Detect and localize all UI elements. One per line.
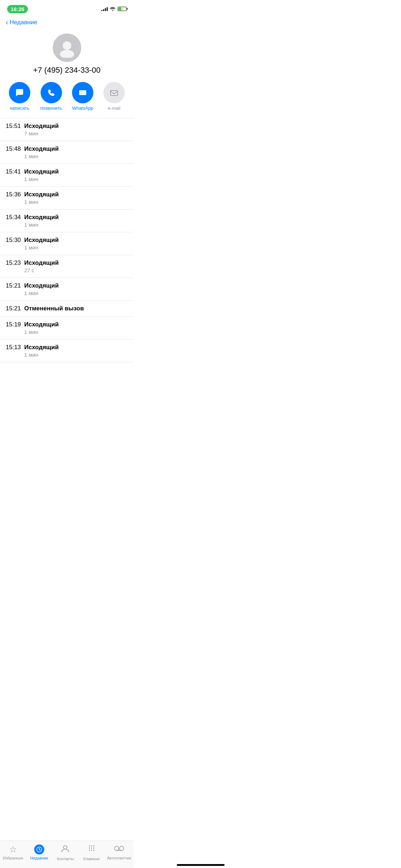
call-details: Исходящий 1 мин bbox=[24, 168, 128, 182]
call-type: Исходящий bbox=[24, 168, 128, 175]
call-details: Исходящий 1 мин bbox=[24, 344, 128, 358]
call-type: Исходящий bbox=[24, 145, 128, 153]
contact-phone: +7 (495) 234-33-00 bbox=[33, 66, 101, 75]
status-icons: ⚡ bbox=[101, 7, 127, 11]
call-type: Исходящий bbox=[24, 344, 128, 351]
call-duration: 27 с bbox=[24, 267, 128, 273]
call-details: Исходящий 1 мин bbox=[24, 282, 128, 296]
whatsapp-circle bbox=[72, 82, 93, 103]
call-item[interactable]: 15:21 Отмененный вызов bbox=[0, 301, 134, 317]
call-type: Исходящий bbox=[24, 282, 128, 289]
call-time: 15:48 bbox=[6, 145, 24, 159]
call-time: 15:30 bbox=[6, 237, 24, 250]
call-time: 15:36 bbox=[6, 191, 24, 205]
call-item[interactable]: 15:19 Исходящий 1 мин bbox=[0, 317, 134, 340]
avatar bbox=[53, 33, 81, 62]
call-time: 15:21 bbox=[6, 305, 24, 312]
call-item[interactable]: 15:48 Исходящий 1 мин bbox=[0, 141, 134, 164]
call-duration: 7 мин bbox=[24, 130, 128, 136]
email-label: e-mail bbox=[108, 105, 120, 111]
whatsapp-label: WhatsApp bbox=[72, 105, 93, 111]
call-details: Исходящий 1 мин bbox=[24, 214, 128, 228]
back-button[interactable]: ‹ Недавние bbox=[6, 19, 37, 26]
call-details: Исходящий 1 мин bbox=[24, 191, 128, 205]
action-buttons: написать позвонить Wh bbox=[7, 82, 127, 111]
call-label: позвонить bbox=[40, 105, 62, 111]
call-duration: 1 мин bbox=[24, 329, 128, 335]
wifi-icon bbox=[110, 7, 115, 11]
call-duration: 1 мин bbox=[24, 153, 128, 159]
signal-icon bbox=[101, 7, 108, 11]
call-details: Исходящий 1 мин bbox=[24, 237, 128, 250]
svg-point-0 bbox=[63, 41, 71, 50]
call-details: Отмененный вызов bbox=[24, 305, 128, 312]
message-action[interactable]: написать bbox=[9, 82, 30, 111]
whatsapp-action[interactable]: WhatsApp bbox=[72, 82, 93, 111]
message-circle bbox=[9, 82, 30, 103]
call-duration: 1 мин bbox=[24, 244, 128, 250]
call-duration: 1 мин bbox=[24, 176, 128, 182]
message-label: написать bbox=[10, 105, 29, 111]
call-circle bbox=[41, 82, 62, 103]
call-item[interactable]: 15:30 Исходящий 1 мин bbox=[0, 232, 134, 255]
call-type: Исходящий bbox=[24, 191, 128, 198]
call-type: Исходящий bbox=[24, 321, 128, 328]
call-type: Исходящий bbox=[24, 123, 128, 130]
back-chevron-icon: ‹ bbox=[6, 18, 8, 26]
call-time: 15:21 bbox=[6, 282, 24, 296]
call-time: 15:19 bbox=[6, 321, 24, 335]
email-action[interactable]: e-mail bbox=[103, 82, 125, 111]
contact-section: +7 (495) 234-33-00 написать поз bbox=[0, 31, 134, 118]
call-time: 15:23 bbox=[6, 259, 24, 273]
call-type: Отмененный вызов bbox=[24, 305, 128, 312]
call-time: 15:51 bbox=[6, 123, 24, 136]
call-time: 15:41 bbox=[6, 168, 24, 182]
call-duration: 1 мин bbox=[24, 352, 128, 358]
call-type: Исходящий bbox=[24, 237, 128, 244]
call-item[interactable]: 15:41 Исходящий 1 мин bbox=[0, 164, 134, 187]
status-time: 16:26 bbox=[7, 5, 28, 13]
call-item[interactable]: 15:13 Исходящий 1 мин bbox=[0, 340, 134, 362]
call-item[interactable]: 15:34 Исходящий 1 мин bbox=[0, 210, 134, 232]
call-time: 15:34 bbox=[6, 214, 24, 228]
call-details: Исходящий 7 мин bbox=[24, 123, 128, 136]
battery-icon: ⚡ bbox=[118, 7, 127, 11]
call-duration: 1 мин bbox=[24, 199, 128, 205]
email-circle bbox=[103, 82, 125, 103]
status-bar: 16:26 ⚡ bbox=[0, 0, 134, 16]
svg-point-1 bbox=[60, 50, 74, 58]
svg-rect-3 bbox=[110, 91, 118, 95]
call-item[interactable]: 15:21 Исходящий 1 мин bbox=[0, 278, 134, 301]
call-item[interactable]: 15:36 Исходящий 1 мин bbox=[0, 187, 134, 210]
call-details: Исходящий 27 с bbox=[24, 259, 128, 273]
call-details: Исходящий 1 мин bbox=[24, 145, 128, 159]
call-list: 15:51 Исходящий 7 мин 15:48 Исходящий 1 … bbox=[0, 118, 134, 362]
call-action[interactable]: позвонить bbox=[40, 82, 62, 111]
call-time: 15:13 bbox=[6, 344, 24, 358]
nav-header: ‹ Недавние bbox=[0, 16, 134, 31]
call-type: Исходящий bbox=[24, 259, 128, 267]
call-item[interactable]: 15:51 Исходящий 7 мин bbox=[0, 118, 134, 141]
call-duration: 1 мин bbox=[24, 222, 128, 228]
call-duration: 1 мин bbox=[24, 290, 128, 296]
call-item[interactable]: 15:23 Исходящий 27 с bbox=[0, 255, 134, 278]
back-label: Недавние bbox=[10, 19, 37, 26]
call-details: Исходящий 1 мин bbox=[24, 321, 128, 335]
call-type: Исходящий bbox=[24, 214, 128, 221]
